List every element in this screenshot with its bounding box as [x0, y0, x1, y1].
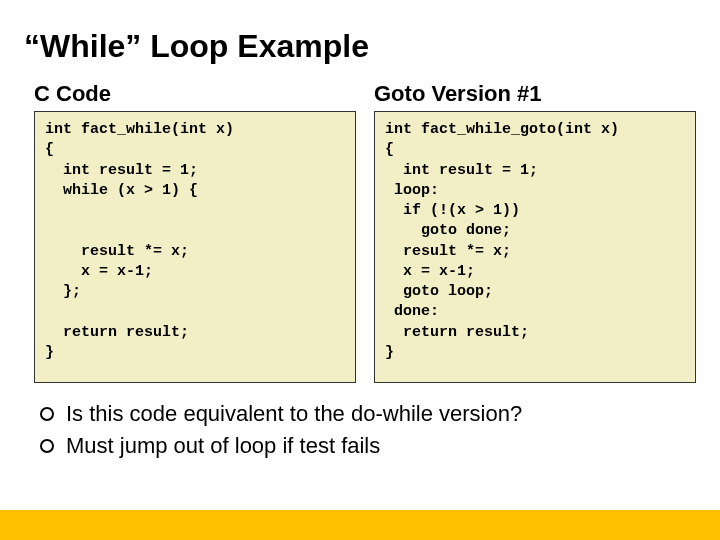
list-item: Is this code equivalent to the do-while …: [40, 401, 696, 427]
right-header: Goto Version #1: [374, 81, 696, 107]
right-code-box: int fact_while_goto(int x) { int result …: [374, 111, 696, 383]
left-header: C Code: [34, 81, 356, 107]
circle-bullet-icon: [40, 407, 54, 421]
bullet-text: Must jump out of loop if test fails: [66, 433, 380, 459]
circle-bullet-icon: [40, 439, 54, 453]
column-left: C Code int fact_while(int x) { int resul…: [34, 81, 356, 383]
bottom-accent-bar: [0, 510, 720, 540]
bullet-list: Is this code equivalent to the do-while …: [0, 383, 720, 459]
slide-title: “While” Loop Example: [0, 0, 720, 65]
list-item: Must jump out of loop if test fails: [40, 433, 696, 459]
column-right: Goto Version #1 int fact_while_goto(int …: [374, 81, 696, 383]
bullet-text: Is this code equivalent to the do-while …: [66, 401, 522, 427]
left-code-box: int fact_while(int x) { int result = 1; …: [34, 111, 356, 383]
code-columns: C Code int fact_while(int x) { int resul…: [0, 65, 720, 383]
